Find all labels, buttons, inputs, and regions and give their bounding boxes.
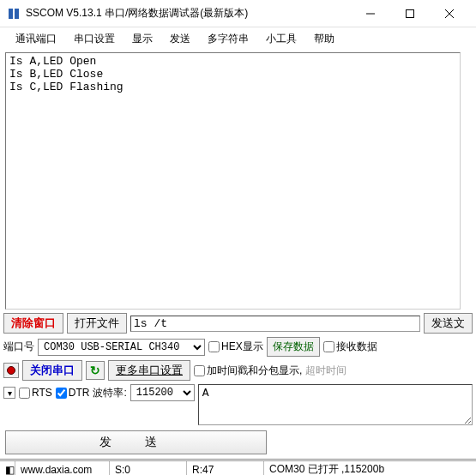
svg-rect-3 bbox=[407, 9, 414, 17]
output-console[interactable]: Is A,LED Open Is B,LED Close Is C,LED Fl… bbox=[5, 52, 461, 310]
menu-help[interactable]: 帮助 bbox=[305, 29, 343, 49]
hex-display-checkbox[interactable]: HEX显示 bbox=[208, 340, 263, 354]
close-button[interactable] bbox=[430, 0, 469, 27]
port-row: 端口号 COM30 USB-SERIAL CH340 HEX显示 保存数据 接收… bbox=[0, 335, 476, 358]
port-label: 端口号 bbox=[3, 340, 34, 354]
refresh-icon: ↻ bbox=[90, 364, 100, 377]
dtr-checkbox[interactable]: DTR bbox=[56, 387, 90, 399]
app-icon bbox=[7, 7, 21, 21]
status-indicator: ◧ bbox=[0, 461, 15, 475]
close-serial-button[interactable]: 关闭串口 bbox=[22, 360, 82, 381]
baud-select[interactable]: 115200 bbox=[130, 384, 195, 401]
serial-row: 关闭串口 ↻ 更多串口设置 加时间戳和分包显示, 超时时间 bbox=[0, 358, 476, 382]
minimize-button[interactable] bbox=[351, 0, 390, 27]
send-row: 发 送 bbox=[0, 427, 476, 458]
recv-data-check[interactable] bbox=[323, 341, 334, 352]
svg-rect-1 bbox=[15, 9, 19, 19]
maximize-button[interactable] bbox=[390, 0, 430, 27]
status-recv: R:47 bbox=[187, 461, 264, 475]
recv-data-checkbox[interactable]: 接收数据 bbox=[323, 340, 377, 354]
dtr-check[interactable] bbox=[56, 388, 67, 399]
baud-label: 波特率: bbox=[93, 386, 126, 400]
rts-check[interactable] bbox=[19, 388, 30, 399]
menu-multistring[interactable]: 多字符串 bbox=[199, 29, 257, 49]
menu-display[interactable]: 显示 bbox=[124, 29, 161, 49]
divider bbox=[0, 459, 476, 460]
expand-icon[interactable]: ▾ bbox=[3, 387, 15, 399]
send-file-button[interactable]: 发送文 bbox=[424, 313, 473, 334]
status-connection: COM30 已打开 ,115200b bbox=[264, 461, 476, 475]
hex-display-check[interactable] bbox=[208, 341, 220, 352]
options-row: ▾ RTS DTR 波特率: 115200 bbox=[0, 382, 476, 427]
menu-serial-settings[interactable]: 串口设置 bbox=[65, 29, 124, 49]
window-controls bbox=[351, 0, 469, 27]
port-select[interactable]: COM30 USB-SERIAL CH340 bbox=[38, 339, 205, 356]
record-button[interactable] bbox=[3, 363, 19, 378]
timeout-label: 超时时间 bbox=[305, 364, 346, 378]
send-input[interactable] bbox=[198, 384, 473, 425]
titlebar: SSCOM V5.13.1 串口/网络数据调试器(最新版本) bbox=[0, 0, 476, 27]
statusbar: ◧ www.daxia.com S:0 R:47 COM30 已打开 ,1152… bbox=[0, 460, 476, 475]
more-settings-button[interactable]: 更多串口设置 bbox=[108, 360, 190, 381]
file-path-input[interactable] bbox=[130, 316, 420, 332]
svg-rect-0 bbox=[9, 9, 13, 19]
refresh-button[interactable]: ↻ bbox=[86, 361, 105, 380]
send-button[interactable]: 发 送 bbox=[5, 430, 267, 454]
menu-send[interactable]: 发送 bbox=[161, 29, 199, 49]
menubar: 通讯端口 串口设置 显示 发送 多字符串 小工具 帮助 bbox=[0, 27, 476, 51]
window-title: SSCOM V5.13.1 串口/网络数据调试器(最新版本) bbox=[26, 6, 351, 21]
rts-checkbox[interactable]: RTS bbox=[19, 387, 52, 399]
record-icon bbox=[7, 366, 15, 375]
timestamp-check[interactable] bbox=[194, 365, 205, 376]
save-data-button[interactable]: 保存数据 bbox=[267, 337, 320, 357]
timestamp-checkbox[interactable]: 加时间戳和分包显示, bbox=[194, 364, 302, 378]
status-url[interactable]: www.daxia.com bbox=[15, 461, 110, 475]
open-file-button[interactable]: 打开文件 bbox=[67, 313, 127, 334]
menu-port[interactable]: 通讯端口 bbox=[7, 29, 65, 49]
clear-window-button[interactable]: 清除窗口 bbox=[3, 313, 63, 334]
menu-tools[interactable]: 小工具 bbox=[257, 29, 305, 49]
file-toolbar: 清除窗口 打开文件 发送文 bbox=[0, 311, 476, 335]
status-sent: S:0 bbox=[110, 461, 187, 475]
